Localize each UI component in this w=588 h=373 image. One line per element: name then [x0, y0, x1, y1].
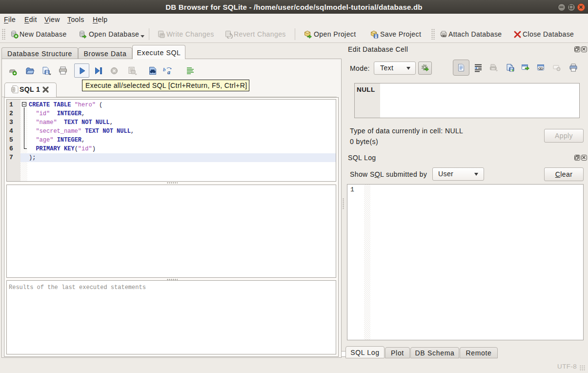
svg-text:a: a	[167, 69, 170, 75]
svg-text:b: b	[163, 66, 166, 72]
